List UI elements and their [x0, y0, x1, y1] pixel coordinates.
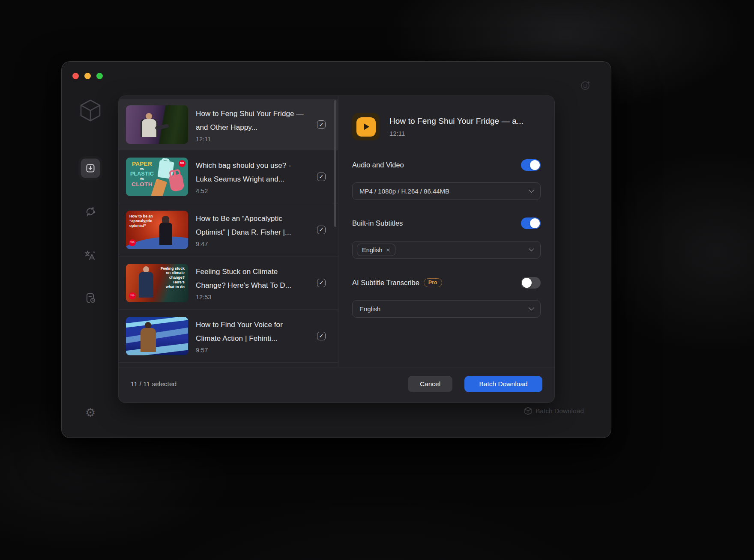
video-file-icon: [352, 113, 380, 140]
video-title: Which bag should you use? - Luka Seamus …: [196, 159, 308, 186]
settings-gear-icon[interactable]: ⚙: [85, 407, 96, 418]
feedback-smiley-icon[interactable]: [580, 80, 591, 91]
cancel-button[interactable]: Cancel: [408, 376, 452, 392]
chevron-down-icon: [529, 246, 534, 251]
video-thumbnail: [126, 105, 188, 144]
sidebar-item-downloads[interactable]: [81, 159, 100, 178]
chevron-down-icon: [529, 305, 534, 310]
check-icon: ✓: [319, 333, 324, 339]
remove-tag-icon[interactable]: ×: [386, 247, 391, 253]
video-row-5[interactable]: How to Find Your Voice for Climate Actio…: [119, 310, 338, 362]
sheet-footer: 11 / 11 selected Cancel Batch Download: [119, 367, 555, 403]
ai-transcribe-label: AI Subtitle Transcribe: [352, 279, 419, 287]
video-title: Feeling Stuck on Climate Change? Here’s …: [196, 265, 308, 292]
video-title: How to Find Your Voice for Climate Actio…: [196, 318, 308, 346]
app-window: ⚙ How to Feng Shui Your Fridge — and Oth…: [61, 61, 611, 438]
video-title: How to Be an “Apocalyptic Optimist” | Da…: [196, 212, 308, 239]
download-options-panel: How to Feng Shui Your Fridge — a... 12:1…: [338, 96, 555, 367]
audio-video-label: Audio and Video: [352, 161, 404, 169]
chevron-down-icon: [529, 187, 534, 193]
video-thumbnail: PAPER vs PLASTIC vs CLOTH TED: [126, 158, 188, 196]
video-thumbnail: Feeling stuck on climate change? Here’s …: [126, 264, 188, 302]
watermark-label: Batch Download: [536, 407, 584, 415]
video-checkbox[interactable]: ✓: [317, 226, 326, 234]
ai-transcribe-toggle[interactable]: [521, 277, 541, 289]
video-checkbox[interactable]: ✓: [317, 173, 326, 181]
builtin-subtitles-toggle[interactable]: [521, 217, 541, 229]
video-row-4[interactable]: Feeling stuck on climate change? Here’s …: [119, 256, 338, 309]
batch-download-button[interactable]: Batch Download: [464, 376, 542, 392]
check-icon: ✓: [319, 280, 324, 286]
ted-logo: TED: [179, 160, 186, 167]
builtin-subtitles-label: Built-in Subtitles: [352, 219, 403, 227]
play-icon: [364, 123, 369, 130]
ted-logo: TED: [129, 239, 136, 246]
cube-icon: [524, 407, 532, 415]
language-tag-label: English: [362, 247, 383, 253]
selected-video-duration: 12:11: [389, 130, 524, 137]
video-checkbox[interactable]: ✓: [317, 120, 326, 129]
check-icon: ✓: [319, 226, 324, 233]
transcribe-language-value: English: [359, 305, 380, 313]
sidebar: ⚙: [62, 62, 119, 438]
sidebar-item-convert[interactable]: [84, 205, 97, 218]
video-checkbox[interactable]: ✓: [317, 279, 326, 287]
language-tag[interactable]: English ×: [357, 244, 395, 256]
sidebar-item-translate[interactable]: [84, 249, 97, 262]
video-row-3[interactable]: How to be an “apocalyptic optimist” TED …: [119, 203, 338, 256]
gear-glyph: ⚙: [85, 407, 96, 418]
pro-badge: Pro: [424, 278, 442, 287]
format-dropdown[interactable]: MP4 / 1080p / H.264 / 86.44MB: [352, 182, 541, 200]
sidebar-item-history[interactable]: [84, 292, 97, 304]
selected-video-title: How to Feng Shui Your Fridge — a...: [389, 116, 524, 126]
video-thumbnail: [126, 317, 188, 355]
thumb-text: PAPER: [132, 161, 152, 167]
video-row-1[interactable]: How to Feng Shui Your Fridge — and Other…: [119, 99, 338, 150]
video-checkbox[interactable]: ✓: [317, 332, 326, 340]
thumb-text: CLOTH: [132, 181, 153, 188]
video-duration: 12:53: [196, 294, 308, 301]
list-scrollbar[interactable]: [334, 100, 336, 227]
thumb-text: vs: [140, 167, 144, 171]
format-value: MP4 / 1080p / H.264 / 86.44MB: [359, 188, 449, 195]
video-row-2[interactable]: PAPER vs PLASTIC vs CLOTH TED Which bag …: [119, 150, 338, 203]
video-duration: 9:47: [196, 241, 308, 247]
video-duration: 9:57: [196, 347, 308, 354]
thumb-text: vs: [140, 177, 144, 181]
app-logo-cube-icon: [79, 99, 102, 122]
batch-download-sheet: How to Feng Shui Your Fridge — and Other…: [118, 95, 555, 403]
ted-logo: TED: [129, 292, 136, 299]
video-duration: 12:11: [196, 136, 308, 143]
video-thumbnail: How to be an “apocalyptic optimist” TED: [126, 211, 188, 249]
audio-video-toggle[interactable]: [521, 159, 541, 171]
transcribe-language-dropdown[interactable]: English: [352, 300, 541, 318]
thumb-text: How to be an “apocalyptic optimist”: [129, 214, 153, 229]
thumb-text: Feeling stuck on climate change? Here’s …: [161, 266, 185, 290]
selection-summary: 11 / 11 selected: [131, 380, 177, 388]
batch-download-status: Batch Download: [524, 407, 584, 415]
check-icon: ✓: [319, 173, 324, 180]
video-duration: 4:52: [196, 188, 308, 194]
check-icon: ✓: [319, 122, 324, 128]
video-title: How to Feng Shui Your Fridge — and Other…: [196, 107, 308, 134]
video-list: How to Feng Shui Your Fridge — and Other…: [119, 96, 338, 367]
subtitle-language-dropdown[interactable]: English ×: [352, 241, 541, 259]
thumb-text: PLASTIC: [130, 171, 154, 177]
